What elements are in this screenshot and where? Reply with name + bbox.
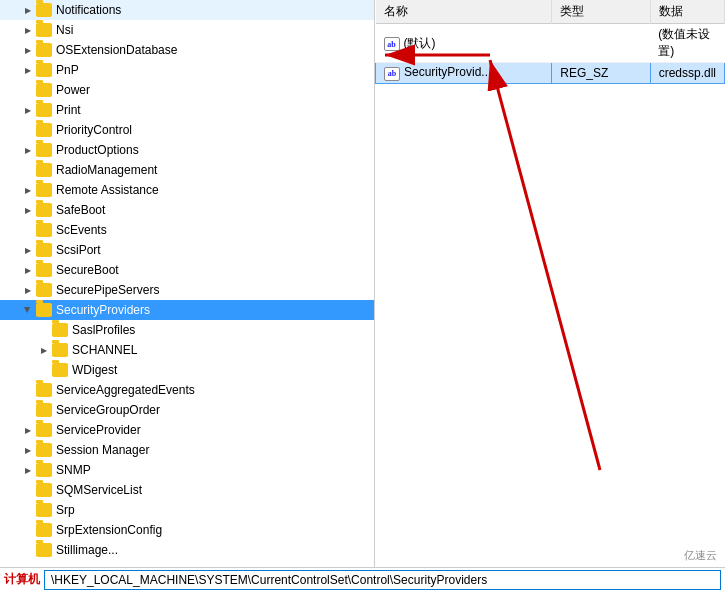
tree-item-scsiport[interactable]: ▶ScsiPort [0, 240, 374, 260]
tree-label-productoptions: ProductOptions [56, 143, 139, 157]
tree-label-prioritycontrol: PriorityControl [56, 123, 132, 137]
tree-label-radiomanagement: RadioManagement [56, 163, 157, 177]
tree-label-securepipeservers: SecurePipeServers [56, 283, 159, 297]
tree-arrow-secureboot: ▶ [20, 262, 36, 278]
tree-arrow-osextension: ▶ [20, 42, 36, 58]
tree-item-servicegrouporder[interactable]: ▶ServiceGroupOrder [0, 400, 374, 420]
tree-item-prioritycontrol[interactable]: ▶PriorityControl [0, 120, 374, 140]
folder-icon-productoptions [36, 143, 52, 157]
tree-item-stillimage[interactable]: ▶Stillimage... [0, 540, 374, 560]
tree-item-sqmservicelist[interactable]: ▶SQMServiceList [0, 480, 374, 500]
tree-label-nsi: Nsi [56, 23, 73, 37]
folder-icon-snmp [36, 463, 52, 477]
tree-item-saslprofiles[interactable]: ▶SaslProfiles [0, 320, 374, 340]
folder-icon-secureboot [36, 263, 52, 277]
tree-arrow-safeboot: ▶ [20, 202, 36, 218]
tree-label-securityproviders: SecurityProviders [56, 303, 150, 317]
tree-arrow-print: ▶ [20, 102, 36, 118]
folder-icon-prioritycontrol [36, 123, 52, 137]
status-path-text: \HKEY_LOCAL_MACHINE\SYSTEM\CurrentContro… [51, 573, 487, 587]
tree-arrow-productoptions: ▶ [20, 142, 36, 158]
tree-label-serviceprovider: ServiceProvider [56, 423, 141, 437]
tree-label-srpextensionconfig: SrpExtensionConfig [56, 523, 162, 537]
tree-item-securepipeservers[interactable]: ▶SecurePipeServers [0, 280, 374, 300]
tree-item-scevents[interactable]: ▶ScEvents [0, 220, 374, 240]
tree-arrow-scsiport: ▶ [20, 242, 36, 258]
tree-item-serviceprovider[interactable]: ▶ServiceProvider [0, 420, 374, 440]
tree-label-schannel: SCHANNEL [72, 343, 137, 357]
tree-label-serviceaggregatedevents: ServiceAggregatedEvents [56, 383, 195, 397]
folder-icon-pnp [36, 63, 52, 77]
tree-item-print[interactable]: ▶Print [0, 100, 374, 120]
tree-label-osextension: OSExtensionDatabase [56, 43, 177, 57]
folder-icon-wdigest [52, 363, 68, 377]
col-type: 类型 [552, 0, 650, 24]
tree-item-snmp[interactable]: ▶SNMP [0, 460, 374, 480]
tree-item-remoteassistance[interactable]: ▶Remote Assistance [0, 180, 374, 200]
status-label: 计算机 [4, 571, 40, 588]
tree-label-sessionmanager: Session Manager [56, 443, 149, 457]
status-path: \HKEY_LOCAL_MACHINE\SYSTEM\CurrentContro… [44, 570, 721, 590]
folder-icon-scevents [36, 223, 52, 237]
folder-icon-saslprofiles [52, 323, 68, 337]
table-row-security-providers[interactable]: abSecurityProvid...REG_SZcredssp.dll [376, 63, 725, 84]
registry-table: 名称 类型 数据 ab(默认)(数值未设置)abSecurityProvid..… [375, 0, 725, 84]
folder-icon-print [36, 103, 52, 117]
folder-icon-serviceaggregatedevents [36, 383, 52, 397]
reg-icon-default: ab [384, 37, 400, 51]
folder-icon-notifications [36, 3, 52, 17]
table-row-default[interactable]: ab(默认)(数值未设置) [376, 24, 725, 63]
tree-arrow-serviceprovider: ▶ [20, 422, 36, 438]
tree-label-print: Print [56, 103, 81, 117]
tree-label-secureboot: SecureBoot [56, 263, 119, 277]
tree-item-securityproviders[interactable]: ▶SecurityProviders [0, 300, 374, 320]
tree-item-pnp[interactable]: ▶PnP [0, 60, 374, 80]
tree-item-notifications[interactable]: ▶Notifications [0, 0, 374, 20]
tree-label-srp: Srp [56, 503, 75, 517]
tree-arrow-securepipeservers: ▶ [20, 282, 36, 298]
tree-arrow-remoteassistance: ▶ [20, 182, 36, 198]
folder-icon-scsiport [36, 243, 52, 257]
folder-icon-radiomanagement [36, 163, 52, 177]
tree-label-scevents: ScEvents [56, 223, 107, 237]
tree-item-power[interactable]: ▶Power [0, 80, 374, 100]
tree-item-schannel[interactable]: ▶SCHANNEL [0, 340, 374, 360]
tree-arrow-securityproviders: ▶ [20, 302, 36, 318]
folder-icon-nsi [36, 23, 52, 37]
main-container: ▶Notifications▶Nsi▶OSExtensionDatabase▶P… [0, 0, 725, 591]
content-area: ▶Notifications▶Nsi▶OSExtensionDatabase▶P… [0, 0, 725, 567]
tree-arrow-nsi: ▶ [20, 22, 36, 38]
tree-label-scsiport: ScsiPort [56, 243, 101, 257]
tree-label-wdigest: WDigest [72, 363, 117, 377]
tree-arrow-snmp: ▶ [20, 462, 36, 478]
tree-item-srpextensionconfig[interactable]: ▶SrpExtensionConfig [0, 520, 374, 540]
data-panel[interactable]: 名称 类型 数据 ab(默认)(数值未设置)abSecurityProvid..… [375, 0, 725, 567]
tree-item-wdigest[interactable]: ▶WDigest [0, 360, 374, 380]
tree-item-osextension[interactable]: ▶OSExtensionDatabase [0, 40, 374, 60]
tree-label-notifications: Notifications [56, 3, 121, 17]
folder-icon-sessionmanager [36, 443, 52, 457]
folder-icon-stillimage [36, 543, 52, 557]
tree-item-serviceaggregatedevents[interactable]: ▶ServiceAggregatedEvents [0, 380, 374, 400]
tree-label-snmp: SNMP [56, 463, 91, 477]
tree-arrow-notifications: ▶ [20, 2, 36, 18]
tree-item-productoptions[interactable]: ▶ProductOptions [0, 140, 374, 160]
folder-icon-power [36, 83, 52, 97]
col-data: 数据 [650, 0, 724, 24]
tree-arrow-sessionmanager: ▶ [20, 442, 36, 458]
tree-label-pnp: PnP [56, 63, 79, 77]
tree-item-safeboot[interactable]: ▶SafeBoot [0, 200, 374, 220]
tree-item-radiomanagement[interactable]: ▶RadioManagement [0, 160, 374, 180]
tree-item-sessionmanager[interactable]: ▶Session Manager [0, 440, 374, 460]
folder-icon-osextension [36, 43, 52, 57]
tree-label-servicegrouporder: ServiceGroupOrder [56, 403, 160, 417]
tree-item-nsi[interactable]: ▶Nsi [0, 20, 374, 40]
tree-item-srp[interactable]: ▶Srp [0, 500, 374, 520]
tree-panel[interactable]: ▶Notifications▶Nsi▶OSExtensionDatabase▶P… [0, 0, 375, 567]
folder-icon-securityproviders [36, 303, 52, 317]
folder-icon-schannel [52, 343, 68, 357]
tree-label-safeboot: SafeBoot [56, 203, 105, 217]
tree-label-saslprofiles: SaslProfiles [72, 323, 135, 337]
folder-icon-remoteassistance [36, 183, 52, 197]
tree-item-secureboot[interactable]: ▶SecureBoot [0, 260, 374, 280]
